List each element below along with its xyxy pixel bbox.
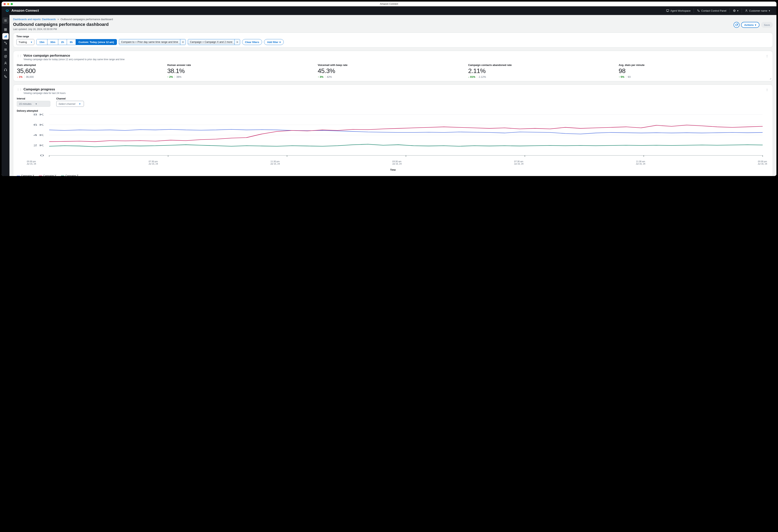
svg-line-22 xyxy=(6,55,7,56)
sidebar-menu-toggle[interactable] xyxy=(2,17,9,24)
svg-rect-14 xyxy=(5,36,6,37)
x-axis-labels: 03:30 pmJul 15, 2407:30 pmJul 15, 2411:3… xyxy=(17,160,769,165)
svg-text:8 K: 8 K xyxy=(33,113,44,116)
voice-performance-panel: ⋮⋮ Voice campaign performance Viewing ca… xyxy=(13,51,773,81)
x-tick-label: 11:30 amJul 16, 24 xyxy=(636,160,645,165)
flow-icon xyxy=(4,41,7,45)
time-range-segments: 15m30m2h8hCustom: Today (since 12 am) xyxy=(36,39,117,45)
trailing-select[interactable]: Trailing ▾ xyxy=(16,39,34,45)
metric-label: Dials attempted xyxy=(17,64,163,67)
svg-point-21 xyxy=(5,56,6,57)
metric-delta: ↑ 5% xyxy=(619,75,624,78)
sidebar-apps[interactable] xyxy=(2,26,9,33)
metric-label: Avg. dials per minute xyxy=(619,64,765,67)
metric-previous: 2.12% xyxy=(477,75,486,78)
ccp-link[interactable]: Contact Control Panel xyxy=(694,8,729,13)
caret-down-icon: ▾ xyxy=(755,23,756,26)
resize-handle-icon[interactable] xyxy=(769,77,771,80)
channel-label: Channel xyxy=(56,97,84,100)
clear-filters-button[interactable]: Clear filters xyxy=(242,39,262,45)
sidebar-users[interactable] xyxy=(2,47,9,53)
panel-menu-button[interactable]: ⋮ xyxy=(765,87,769,92)
user-icon xyxy=(745,9,748,12)
svg-rect-9 xyxy=(4,28,5,29)
svg-rect-24 xyxy=(4,70,5,71)
bar-chart-icon xyxy=(4,35,7,38)
interval-label: Interval xyxy=(17,97,50,100)
compare-token: Compare to = Prior day same time range a… xyxy=(119,39,186,45)
caret-down-icon: ▾ xyxy=(79,102,81,105)
locale-menu[interactable]: ▾ xyxy=(730,8,741,13)
window-title: Amazon Connect xyxy=(2,3,776,5)
remove-compare-token[interactable]: ✕ xyxy=(180,39,185,45)
metric-value: 98 xyxy=(619,67,765,75)
metric-previous: 36,000 xyxy=(24,75,34,78)
filter-panel: Time range Trailing ▾ 15m30m2h8hCustom: … xyxy=(13,32,773,48)
legend-swatch xyxy=(39,176,42,176)
svg-point-23 xyxy=(5,62,6,63)
svg-rect-0 xyxy=(667,10,669,11)
voice-panel-subtitle: Viewing campaign data for today (since 1… xyxy=(23,58,125,61)
breadcrumb-root[interactable]: Dashboards and reports: Dashboards xyxy=(13,18,56,21)
agent-workspace-link[interactable]: Agent Workspace xyxy=(664,8,693,13)
sidebar xyxy=(2,15,9,176)
sidebar-campaigns[interactable] xyxy=(2,53,9,60)
channel-select[interactable]: Select channel ▾ xyxy=(56,101,84,107)
svg-rect-13 xyxy=(4,36,5,37)
resize-handle-icon[interactable] xyxy=(769,176,771,176)
last-updated: Last updated: July 16, 2024, 03:30:00 PM xyxy=(13,28,108,30)
metric: Human answer rate38.1%↑ 2%36% xyxy=(167,64,318,78)
x-tick-label: 07:30 pmJul 15, 24 xyxy=(149,160,158,165)
metric: Avg. dials per minute98↑ 5%93 xyxy=(619,64,769,78)
metric: Campaign contacts abandoned rate2.11%↓ 0… xyxy=(468,64,619,78)
campaign-token: Campaign = Campaign X and 2 more ✕ xyxy=(188,39,240,45)
campaign-progress-panel: ⋮⋮ Campaign progress Viewing campaign da… xyxy=(13,84,773,176)
metric-value: 45.3% xyxy=(318,67,464,75)
svg-point-5 xyxy=(746,10,747,11)
metric-label: Human answer rate xyxy=(167,64,314,67)
phone-icon xyxy=(697,9,700,12)
legend-item[interactable]: Campaign Z xyxy=(61,174,78,176)
legend-swatch xyxy=(17,176,20,176)
caret-down-icon: ▾ xyxy=(35,102,37,105)
chart-legend: Campaign XCampaign YCampaign Z xyxy=(17,174,769,176)
interval-select: 15 minutes ▾ xyxy=(17,101,50,107)
sidebar-profile[interactable] xyxy=(2,60,9,66)
x-axis-title: Time xyxy=(17,169,769,171)
breadcrumb-current: Outbound campaigns performance dashboard xyxy=(61,18,113,21)
svg-text:0: 0 xyxy=(40,154,44,157)
remove-campaign-token[interactable]: ✕ xyxy=(234,39,240,45)
svg-rect-12 xyxy=(6,30,7,31)
voice-panel-title: Voice campaign performance xyxy=(23,54,125,58)
x-tick-label: 07:30 amJul 16, 24 xyxy=(514,160,524,165)
time-segment-30m[interactable]: 30m xyxy=(48,39,58,45)
brand-name: Amazon Connect xyxy=(11,9,39,13)
x-tick-label: 03:30 pmJul 15, 24 xyxy=(27,160,36,165)
metric-value: 35,600 xyxy=(17,67,163,75)
legend-item[interactable]: Campaign Y xyxy=(39,174,56,176)
brand-logo[interactable]: Amazon Connect xyxy=(5,8,39,13)
x-tick-label: 11:30 pmJul 15, 24 xyxy=(270,160,280,165)
svg-point-18 xyxy=(5,49,5,50)
caret-down-icon: ▾ xyxy=(31,40,32,43)
hamburger-icon xyxy=(4,19,7,22)
chevron-right-icon xyxy=(58,18,59,20)
time-segment-2h[interactable]: 2h xyxy=(58,39,67,45)
sidebar-phone[interactable] xyxy=(2,73,9,80)
refresh-button[interactable] xyxy=(733,22,740,28)
sidebar-headset[interactable] xyxy=(2,67,9,73)
sidebar-routing[interactable] xyxy=(2,40,9,46)
actions-menu[interactable]: Actions ▾ xyxy=(741,22,760,28)
svg-rect-11 xyxy=(4,30,5,31)
time-segment-custom-today-since-12-am-[interactable]: Custom: Today (since 12 am) xyxy=(76,39,117,45)
sidebar-analytics[interactable] xyxy=(2,33,9,39)
time-segment-8h[interactable]: 8h xyxy=(67,39,76,45)
add-filter-button[interactable]: Add filter ▾ xyxy=(264,39,284,45)
legend-item[interactable]: Campaign X xyxy=(17,174,34,176)
panel-menu-button[interactable]: ⋮ xyxy=(765,54,769,58)
customer-menu[interactable]: Customer name ▾ xyxy=(742,8,773,13)
time-segment-15m[interactable]: 15m xyxy=(36,39,48,45)
drag-handle-icon[interactable]: ⋮⋮ xyxy=(17,54,22,57)
drag-handle-icon[interactable]: ⋮⋮ xyxy=(17,88,22,91)
metric: Voicemail with beep rate45.3%↑ 3%42% xyxy=(318,64,468,78)
